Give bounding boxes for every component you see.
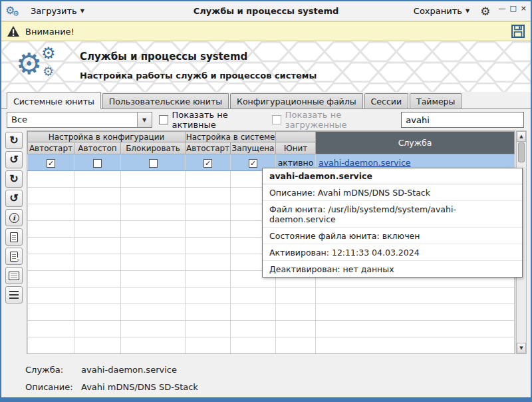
app-gears-icon: ⚙ ⚙ (5, 4, 21, 19)
journal-button[interactable]: ♪ (5, 248, 23, 265)
titlebar: ⚙ ⚙ Загрузить ▼ Службы и процессы system… (1, 1, 531, 21)
show-inactive-checkbox[interactable]: Показать не активные (159, 110, 265, 130)
combobox-value: Все (7, 112, 137, 127)
dependencies-button[interactable] (5, 286, 23, 303)
scroll-down-button[interactable]: ▼ (517, 343, 526, 353)
save-file-icon[interactable] (511, 24, 525, 39)
tooltip-description: Описание: Avahi mDNS/DNS SD-Stack (263, 184, 522, 201)
status-bar: Служба: avahi-daemon.service Описание: A… (1, 354, 531, 395)
tab-timers[interactable]: Таймеры (410, 93, 462, 108)
journal-icon: ♪ (10, 252, 18, 262)
info-icon: i (9, 213, 19, 223)
status-service-label: Служба: (25, 365, 81, 375)
log-icon (9, 272, 19, 280)
reload-daemon-button[interactable]: ↺ (5, 151, 23, 168)
main-area: ↻ ↺ ↻ ↺ i ♪ Настройка в конфигурации Нас… (1, 130, 531, 354)
chevron-down-icon: ▼ (466, 8, 469, 14)
column-header-block[interactable]: Блокировать (121, 142, 186, 154)
table-row[interactable] (28, 321, 515, 337)
search-input[interactable] (401, 112, 524, 128)
tooltip-title: avahi-daemon.service (263, 168, 522, 184)
restart-unit-button[interactable]: ↻ (5, 170, 23, 188)
filter-bar: Все ▼ Показать не активные Показать не з… (1, 109, 531, 130)
log-button[interactable] (5, 267, 23, 284)
column-header-unit[interactable]: Юнит (276, 142, 316, 154)
save-menu-button[interactable]: Сохранить ▼ (408, 4, 475, 18)
tooltip-activated: Активирован: 12:11:33 04.03.2024 (263, 244, 522, 261)
app-logo-gears-icon: ⚙ ⚙ ⚙ (16, 47, 69, 88)
page-header: ⚙ ⚙ ⚙ Службы и процессы systemd Настройк… (1, 41, 531, 92)
table-row[interactable] (28, 304, 515, 321)
restart-unit-icon: ↻ (9, 174, 18, 184)
column-header-autostart-system[interactable]: Автостарт (186, 142, 231, 154)
app-window: ⚙ ⚙ Загрузить ▼ Службы и процессы system… (0, 0, 532, 402)
dependencies-list-icon (9, 291, 19, 299)
autostart-system-checkbox[interactable]: ✓ (203, 159, 212, 168)
column-header-autostart-config[interactable]: Автостарт (28, 142, 74, 154)
page-title: Службы и процессы systemd (80, 51, 317, 63)
scrollbar-thumb[interactable] (518, 142, 525, 162)
service-link[interactable]: avahi-daemon.service (319, 158, 410, 168)
unit-file-icon (10, 232, 18, 242)
refresh-button[interactable]: ↻ (5, 132, 23, 149)
load-menu-button[interactable]: Загрузить ▼ (25, 4, 90, 18)
tooltip-unit-file: Файл юнита: /usr/lib/systemd/system/avah… (263, 201, 522, 228)
reload-daemon-icon: ↺ (9, 154, 18, 165)
running-checkbox[interactable]: ✓ (249, 159, 257, 168)
tab-sessions[interactable]: Сессии (364, 93, 408, 108)
status-description-value: Avahi mDNS/DNS SD-Stack (81, 382, 198, 392)
autostart-config-checkbox[interactable]: ✓ (47, 159, 55, 168)
unit-file-button[interactable] (5, 228, 23, 246)
tab-system-units[interactable]: Системные юниты (7, 92, 101, 109)
page-subtitle: Настройка работы служб и процессов систе… (80, 71, 317, 81)
unit-tooltip: avahi-daemon.service Описание: Avahi mDN… (262, 168, 523, 278)
column-header-autostop[interactable]: Автостоп (74, 142, 121, 154)
undo-icon: ↺ (9, 193, 18, 204)
tab-user-units[interactable]: Пользовательские юниты (102, 93, 229, 108)
tab-bar: Системные юниты Пользовательские юниты К… (1, 92, 531, 109)
tooltip-deactivated: Деактивирован: нет данных (263, 261, 522, 277)
scroll-up-button[interactable]: ▲ (517, 131, 526, 142)
undo-button[interactable]: ↺ (5, 190, 23, 207)
table-row[interactable] (28, 288, 515, 304)
group-header-config: Настройка в конфигурации (28, 132, 186, 142)
warning-triangle-icon (7, 25, 20, 37)
checkbox-box[interactable] (272, 115, 281, 124)
warning-bar: Внимание! (1, 21, 531, 41)
block-checkbox[interactable] (149, 159, 158, 168)
maximize-button[interactable]: □ (509, 5, 516, 12)
checkbox-box[interactable] (159, 115, 168, 124)
tab-config-files[interactable]: Конфигурационные файлы (230, 93, 363, 108)
minimize-button[interactable]: — (498, 5, 505, 12)
settings-gear-icon[interactable]: ⚙ (480, 5, 490, 18)
refresh-icon: ↻ (9, 135, 18, 146)
show-unloaded-checkbox[interactable]: Показать не загруженные (272, 110, 394, 130)
group-header-system: Настройка в системе (186, 132, 276, 142)
column-header-service[interactable]: Служба (316, 132, 515, 154)
save-menu-label: Сохранить (414, 6, 462, 16)
unit-filter-combobox[interactable]: Все ▼ (7, 112, 152, 128)
unit-info-button[interactable]: i (5, 209, 23, 226)
unit-actions-toolbar: ↻ ↺ ↻ ↺ i ♪ (5, 130, 27, 354)
column-header-running[interactable]: Запущена (231, 142, 276, 154)
window-controls: — □ × (498, 5, 527, 12)
window-title: Службы и процессы systemd (158, 6, 374, 16)
status-service-value: avahi-daemon.service (81, 365, 177, 375)
group-header-empty (276, 132, 316, 142)
autostop-checkbox[interactable] (93, 159, 102, 168)
warning-label: Внимание! (25, 27, 74, 37)
status-description-label: Описание: (25, 382, 81, 392)
chevron-down-icon[interactable]: ▼ (137, 112, 152, 127)
close-button[interactable]: × (521, 5, 527, 12)
tooltip-unit-file-state: Состояние файла юнита: включен (263, 228, 522, 244)
chevron-down-icon: ▼ (80, 8, 84, 14)
table-row[interactable] (28, 337, 515, 354)
load-menu-label: Загрузить (31, 6, 77, 16)
